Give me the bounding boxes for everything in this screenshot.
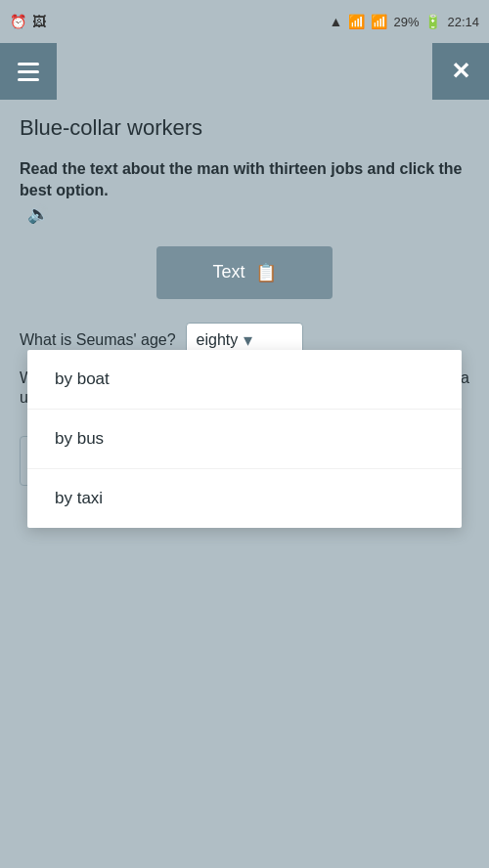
question2-end: a [461,369,469,387]
question1-label: What is Seumas' age? [20,331,176,349]
signal2-icon: 📶 [371,14,387,29]
text-button-label: Text [212,262,244,282]
page-title: Blue-collar workers [20,115,469,141]
dropdown-menu: by boat by bus by taxi [27,350,462,528]
book-icon: 📋 [255,262,277,283]
top-nav: ✕ [0,43,489,100]
battery-icon: 🔋 [424,14,441,29]
dropdown-option-boat[interactable]: by boat [27,350,462,410]
status-icons-right: ▲ 📶 📶 29% 🔋 22:14 [330,14,479,29]
chevron-down-icon: ▾ [244,329,252,351]
photo-icon: 🖼 [32,14,46,29]
dropdown-option-bus[interactable]: by bus [27,410,462,469]
question1-value: eighty [197,331,239,349]
dropdown-option-taxi[interactable]: by taxi [27,469,462,528]
status-bar: ⏰ 🖼 ▲ 📶 📶 29% 🔋 22:14 [0,0,489,43]
hamburger-icon [18,63,39,81]
menu-button[interactable] [0,43,57,100]
alarm-icon: ⏰ [10,14,26,29]
signal1-icon: 📶 [348,14,365,29]
wifi-icon: ▲ [330,14,343,29]
instruction-label: Read the text about the man with thirtee… [20,158,469,202]
time-display: 22:14 [447,15,479,29]
text-button[interactable]: Text 📋 [156,246,333,299]
status-icons-left: ⏰ 🖼 [10,14,46,29]
speaker-icon[interactable]: 🔊 [27,202,49,227]
close-button[interactable]: ✕ [432,43,489,100]
close-icon: ✕ [451,58,470,85]
instruction-text: Read the text about the man with thirtee… [20,158,469,227]
battery-percent: 29% [393,15,419,29]
